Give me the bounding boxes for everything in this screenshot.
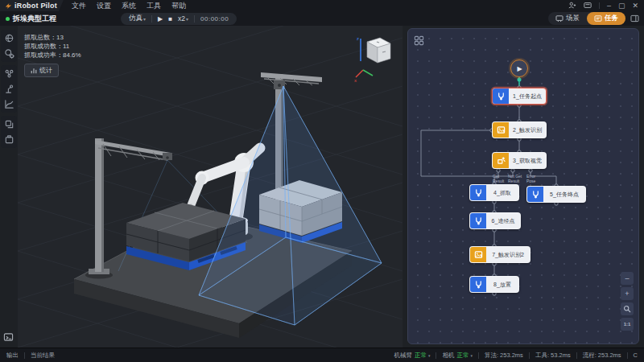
chevron-down-icon: ▾ [470, 353, 473, 358]
nav-cube [367, 38, 390, 63]
sim-timer: 00:00:00 [200, 15, 229, 23]
stop-button[interactable]: ■ [168, 15, 172, 23]
stat-rate: 抓取成功率：84.6% [24, 51, 81, 60]
axis-x-label: x [354, 78, 357, 82]
menu-help[interactable]: 帮助 [171, 1, 186, 11]
user-add-icon[interactable] [568, 2, 576, 10]
project-name: 拆垛典型工程 [13, 14, 56, 24]
flow-node-place[interactable]: 8_放置 [469, 276, 519, 293]
chevron-down-icon: ▾ [143, 16, 146, 22]
divider [529, 352, 530, 359]
app-window: iRobot Pilot 文件 设置 系统 工具 帮助 – ▢ ✕ 拆垛典型工程 [0, 0, 644, 362]
stat-success: 抓取成功数：11 [24, 42, 81, 51]
flow-node-task-start[interactable]: 1_任务起点 [492, 88, 547, 105]
sim-mode-dropdown[interactable]: 仿真▾ [129, 14, 146, 23]
menu-file[interactable]: 文件 [72, 1, 86, 11]
speed-dropdown[interactable]: x2▾ [178, 14, 188, 23]
copy-layers-icon[interactable] [2, 117, 16, 131]
robot-status-value: 正常 [415, 352, 427, 360]
view-cube[interactable]: z x [353, 32, 394, 85]
timing-process: 流程: 253.2ms [583, 352, 621, 360]
flow-node-task-end[interactable]: 5_任务终点 [526, 186, 586, 203]
flow-node-trigger-recognition[interactable]: 2_触发识别 [492, 121, 547, 138]
app-name: iRobot Pilot [14, 2, 57, 10]
scene-view-icon[interactable] [2, 31, 16, 45]
magnifier-button[interactable] [621, 302, 634, 315]
menu-system[interactable]: 系统 [122, 1, 136, 11]
divider [24, 352, 25, 359]
grasp-stats: 抓取总数：13 抓取成功数：11 抓取成功率：84.6% 统计 [24, 33, 81, 77]
gripper-icon [470, 185, 486, 200]
save-layout-icon[interactable] [2, 133, 16, 146]
divider [599, 2, 600, 9]
statusbar: 输出 当前结果 机械臂正常▾ 相机正常▾ 算法: 253.2ms 工具: 53.… [0, 348, 644, 362]
current-result-tab[interactable]: 当前结果 [31, 352, 55, 360]
chevron-down-icon: ▾ [428, 353, 431, 358]
trajectory-chart-icon[interactable] [2, 97, 16, 111]
flow-node-trigger-recognition-2[interactable]: 7_触发识别2 [469, 246, 530, 263]
camera-status-value: 正常 [456, 352, 469, 360]
gripper-icon [493, 88, 509, 104]
flow-wires [408, 29, 640, 345]
timing-algorithm: 算法: 253.2ms [485, 352, 523, 360]
bar-chart-icon [31, 68, 37, 74]
axis-z-label: z [357, 36, 359, 41]
divider [194, 15, 195, 23]
menu-settings[interactable]: 设置 [97, 1, 111, 11]
flow-node-waypoint[interactable]: 6_途经点 [469, 212, 521, 229]
truncated-indicator: C [634, 352, 638, 359]
statistics-button[interactable]: 统计 [24, 64, 59, 77]
flow-start-node[interactable]: ▶ [510, 60, 528, 77]
camera-frustum [199, 86, 382, 325]
gripper-icon [527, 187, 543, 202]
zoom-out-button[interactable]: – [621, 272, 634, 285]
timing-tool: 工具: 53.2ms [535, 352, 571, 360]
project-indicator: 拆垛典型工程 [0, 14, 121, 24]
task-tab[interactable]: 任务 [587, 12, 625, 25]
divider [151, 15, 152, 23]
simulation-controls: 仿真▾ ▶ ■ x2▾ 00:00:00 [121, 13, 237, 25]
vision-result-icon [493, 153, 509, 168]
flow-node-get-vision-result[interactable]: 3_获取视觉 [492, 152, 547, 169]
logo-icon [5, 2, 12, 10]
left-toolbar [0, 26, 18, 348]
scene-icon [555, 15, 564, 22]
play-button[interactable]: ▶ [158, 15, 163, 23]
camera-status[interactable]: 相机正常▾ [442, 352, 473, 360]
robot-status[interactable]: 机械臂正常▾ [394, 352, 430, 360]
view-toggle: 场景 任务 [548, 12, 641, 25]
output-tab[interactable]: 输出 [6, 352, 19, 360]
close-button[interactable]: ✕ [632, 2, 638, 10]
task-icon [594, 15, 602, 22]
scene-tab[interactable]: 场景 [548, 12, 587, 25]
vision-image-icon [493, 122, 509, 138]
main-area: 抓取总数：13 抓取成功数：11 抓取成功率：84.6% 统计 z x [0, 26, 644, 348]
robot-arm-icon[interactable] [2, 82, 16, 96]
toolbar: 拆垛典型工程 仿真▾ ▶ ■ x2▾ 00:00:00 场景 任务 [0, 11, 644, 26]
divider [436, 352, 436, 359]
vision-image-icon [470, 247, 486, 262]
scene-config-icon[interactable] [2, 47, 16, 60]
stat-total: 抓取总数：13 [24, 33, 81, 42]
divider [576, 352, 577, 359]
divider [627, 352, 628, 359]
project-status-dot [6, 17, 10, 21]
zoom-in-button[interactable]: + [621, 287, 634, 300]
layout-toggle-button[interactable] [628, 12, 641, 25]
feedback-icon[interactable] [584, 2, 592, 10]
window-controls: – ▢ ✕ [568, 2, 644, 10]
task-flow-panel[interactable]: ▶ 1_任务起点 2_触发识别 3_获取视觉 Get Result Not Ge… [407, 28, 639, 344]
app-logo: iRobot Pilot [0, 0, 64, 11]
minimize-button[interactable]: – [607, 2, 611, 10]
fit-view-button[interactable]: 1:1 [621, 318, 634, 331]
port-label-error: Error Pose [526, 174, 541, 183]
menu-tools[interactable]: 工具 [147, 1, 161, 11]
maximize-button[interactable]: ▢ [618, 2, 625, 10]
flow-zoom-tools: – + 1:1 [621, 272, 634, 331]
chevron-down-icon: ▾ [186, 16, 188, 22]
flow-node-grasp[interactable]: 4_抓取 [469, 184, 519, 201]
titlebar: iRobot Pilot 文件 设置 系统 工具 帮助 – ▢ ✕ [0, 0, 644, 11]
console-toggle-icon[interactable] [3, 331, 14, 345]
gripper-icon [470, 277, 486, 292]
gizmo-tool-icon[interactable] [2, 67, 16, 80]
